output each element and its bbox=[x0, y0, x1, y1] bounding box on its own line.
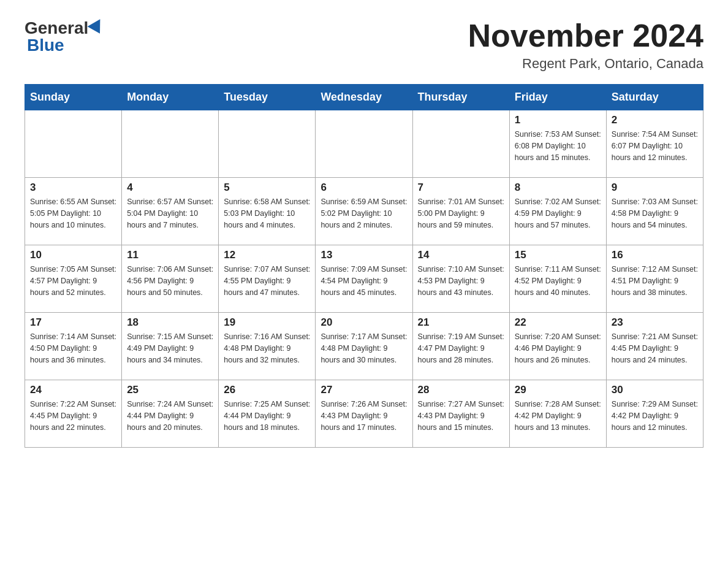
day-info: Sunrise: 7:53 AM Sunset: 6:08 PM Dayligh… bbox=[515, 129, 601, 163]
table-row bbox=[316, 110, 412, 178]
table-row: 5Sunrise: 6:58 AM Sunset: 5:03 PM Daylig… bbox=[219, 178, 316, 245]
day-number: 27 bbox=[320, 384, 407, 396]
table-row bbox=[122, 110, 219, 178]
table-row: 25Sunrise: 7:24 AM Sunset: 4:44 PM Dayli… bbox=[122, 380, 219, 448]
calendar-week-row: 3Sunrise: 6:55 AM Sunset: 5:05 PM Daylig… bbox=[25, 178, 703, 245]
day-info: Sunrise: 7:02 AM Sunset: 4:59 PM Dayligh… bbox=[515, 196, 601, 231]
day-number: 21 bbox=[418, 316, 504, 329]
table-row bbox=[219, 110, 316, 178]
table-row: 1Sunrise: 7:53 AM Sunset: 6:08 PM Daylig… bbox=[509, 110, 606, 178]
table-row: 9Sunrise: 7:03 AM Sunset: 4:58 PM Daylig… bbox=[606, 178, 703, 245]
table-row: 8Sunrise: 7:02 AM Sunset: 4:59 PM Daylig… bbox=[509, 178, 606, 245]
day-info: Sunrise: 7:12 AM Sunset: 4:51 PM Dayligh… bbox=[612, 264, 698, 298]
day-info: Sunrise: 6:55 AM Sunset: 5:05 PM Dayligh… bbox=[30, 196, 116, 231]
day-number: 23 bbox=[612, 316, 698, 329]
day-number: 17 bbox=[30, 316, 116, 329]
day-number: 24 bbox=[30, 384, 116, 396]
col-thursday: Thursday bbox=[412, 85, 509, 110]
day-info: Sunrise: 7:10 AM Sunset: 4:53 PM Dayligh… bbox=[418, 264, 504, 298]
day-number: 19 bbox=[224, 316, 310, 329]
logo: General Blue bbox=[25, 18, 105, 55]
day-number: 22 bbox=[515, 316, 601, 329]
day-number: 13 bbox=[320, 249, 407, 261]
col-friday: Friday bbox=[509, 85, 606, 110]
table-row: 22Sunrise: 7:20 AM Sunset: 4:46 PM Dayli… bbox=[509, 313, 606, 380]
day-info: Sunrise: 7:29 AM Sunset: 4:42 PM Dayligh… bbox=[612, 399, 698, 433]
table-row: 17Sunrise: 7:14 AM Sunset: 4:50 PM Dayli… bbox=[25, 313, 122, 380]
calendar-week-row: 1Sunrise: 7:53 AM Sunset: 6:08 PM Daylig… bbox=[25, 110, 703, 178]
page-header: General Blue November 2024 Regent Park, … bbox=[25, 18, 703, 72]
table-row: 15Sunrise: 7:11 AM Sunset: 4:52 PM Dayli… bbox=[509, 245, 606, 313]
day-info: Sunrise: 6:58 AM Sunset: 5:03 PM Dayligh… bbox=[224, 196, 310, 231]
table-row: 7Sunrise: 7:01 AM Sunset: 5:00 PM Daylig… bbox=[412, 178, 509, 245]
day-info: Sunrise: 7:28 AM Sunset: 4:42 PM Dayligh… bbox=[515, 399, 601, 433]
table-row: 12Sunrise: 7:07 AM Sunset: 4:55 PM Dayli… bbox=[219, 245, 316, 313]
day-info: Sunrise: 7:20 AM Sunset: 4:46 PM Dayligh… bbox=[515, 331, 601, 366]
table-row: 10Sunrise: 7:05 AM Sunset: 4:57 PM Dayli… bbox=[25, 245, 122, 313]
table-row: 28Sunrise: 7:27 AM Sunset: 4:43 PM Dayli… bbox=[412, 380, 509, 448]
table-row: 30Sunrise: 7:29 AM Sunset: 4:42 PM Dayli… bbox=[606, 380, 703, 448]
day-number: 5 bbox=[224, 182, 310, 194]
day-number: 8 bbox=[515, 182, 601, 194]
calendar-header-row: Sunday Monday Tuesday Wednesday Thursday… bbox=[25, 85, 703, 110]
day-number: 26 bbox=[224, 384, 310, 396]
day-number: 7 bbox=[418, 182, 504, 194]
day-info: Sunrise: 7:15 AM Sunset: 4:49 PM Dayligh… bbox=[127, 331, 213, 366]
day-number: 14 bbox=[418, 249, 504, 261]
day-number: 12 bbox=[224, 249, 310, 261]
col-saturday: Saturday bbox=[606, 85, 703, 110]
location-text: Regent Park, Ontario, Canada bbox=[468, 56, 703, 72]
day-info: Sunrise: 7:05 AM Sunset: 4:57 PM Dayligh… bbox=[30, 264, 116, 298]
table-row: 29Sunrise: 7:28 AM Sunset: 4:42 PM Dayli… bbox=[509, 380, 606, 448]
title-section: November 2024 Regent Park, Ontario, Cana… bbox=[468, 18, 703, 72]
day-number: 29 bbox=[515, 384, 601, 396]
day-info: Sunrise: 7:26 AM Sunset: 4:43 PM Dayligh… bbox=[320, 399, 407, 433]
col-monday: Monday bbox=[122, 85, 219, 110]
logo-triangle-icon bbox=[88, 19, 107, 37]
table-row: 23Sunrise: 7:21 AM Sunset: 4:45 PM Dayli… bbox=[606, 313, 703, 380]
table-row: 24Sunrise: 7:22 AM Sunset: 4:45 PM Dayli… bbox=[25, 380, 122, 448]
col-sunday: Sunday bbox=[25, 85, 122, 110]
calendar-week-row: 24Sunrise: 7:22 AM Sunset: 4:45 PM Dayli… bbox=[25, 380, 703, 448]
table-row bbox=[25, 110, 122, 178]
day-info: Sunrise: 7:14 AM Sunset: 4:50 PM Dayligh… bbox=[30, 331, 116, 366]
day-number: 28 bbox=[418, 384, 504, 396]
calendar-week-row: 17Sunrise: 7:14 AM Sunset: 4:50 PM Dayli… bbox=[25, 313, 703, 380]
table-row bbox=[412, 110, 509, 178]
day-number: 9 bbox=[612, 182, 698, 194]
day-info: Sunrise: 7:19 AM Sunset: 4:47 PM Dayligh… bbox=[418, 331, 504, 366]
table-row: 16Sunrise: 7:12 AM Sunset: 4:51 PM Dayli… bbox=[606, 245, 703, 313]
table-row: 11Sunrise: 7:06 AM Sunset: 4:56 PM Dayli… bbox=[122, 245, 219, 313]
table-row: 21Sunrise: 7:19 AM Sunset: 4:47 PM Dayli… bbox=[412, 313, 509, 380]
table-row: 26Sunrise: 7:25 AM Sunset: 4:44 PM Dayli… bbox=[219, 380, 316, 448]
table-row: 18Sunrise: 7:15 AM Sunset: 4:49 PM Dayli… bbox=[122, 313, 219, 380]
day-info: Sunrise: 7:03 AM Sunset: 4:58 PM Dayligh… bbox=[612, 196, 698, 231]
day-number: 20 bbox=[320, 316, 407, 329]
day-info: Sunrise: 7:17 AM Sunset: 4:48 PM Dayligh… bbox=[320, 331, 407, 366]
day-number: 1 bbox=[515, 114, 601, 126]
table-row: 19Sunrise: 7:16 AM Sunset: 4:48 PM Dayli… bbox=[219, 313, 316, 380]
day-info: Sunrise: 7:22 AM Sunset: 4:45 PM Dayligh… bbox=[30, 399, 116, 433]
table-row: 6Sunrise: 6:59 AM Sunset: 5:02 PM Daylig… bbox=[316, 178, 412, 245]
day-number: 11 bbox=[127, 249, 213, 261]
day-info: Sunrise: 7:25 AM Sunset: 4:44 PM Dayligh… bbox=[224, 399, 310, 433]
day-info: Sunrise: 7:01 AM Sunset: 5:00 PM Dayligh… bbox=[418, 196, 504, 231]
day-number: 3 bbox=[30, 182, 116, 194]
col-wednesday: Wednesday bbox=[316, 85, 412, 110]
day-number: 25 bbox=[127, 384, 213, 396]
table-row: 4Sunrise: 6:57 AM Sunset: 5:04 PM Daylig… bbox=[122, 178, 219, 245]
logo-blue-text: Blue bbox=[27, 36, 64, 55]
day-number: 30 bbox=[612, 384, 698, 396]
table-row: 2Sunrise: 7:54 AM Sunset: 6:07 PM Daylig… bbox=[606, 110, 703, 178]
day-number: 18 bbox=[127, 316, 213, 329]
day-info: Sunrise: 7:27 AM Sunset: 4:43 PM Dayligh… bbox=[418, 399, 504, 433]
day-info: Sunrise: 7:16 AM Sunset: 4:48 PM Dayligh… bbox=[224, 331, 310, 366]
table-row: 20Sunrise: 7:17 AM Sunset: 4:48 PM Dayli… bbox=[316, 313, 412, 380]
day-info: Sunrise: 7:06 AM Sunset: 4:56 PM Dayligh… bbox=[127, 264, 213, 298]
day-info: Sunrise: 7:21 AM Sunset: 4:45 PM Dayligh… bbox=[612, 331, 698, 366]
day-info: Sunrise: 6:57 AM Sunset: 5:04 PM Dayligh… bbox=[127, 196, 213, 231]
day-number: 10 bbox=[30, 249, 116, 261]
table-row: 13Sunrise: 7:09 AM Sunset: 4:54 PM Dayli… bbox=[316, 245, 412, 313]
day-info: Sunrise: 6:59 AM Sunset: 5:02 PM Dayligh… bbox=[320, 196, 407, 231]
day-info: Sunrise: 7:07 AM Sunset: 4:55 PM Dayligh… bbox=[224, 264, 310, 298]
